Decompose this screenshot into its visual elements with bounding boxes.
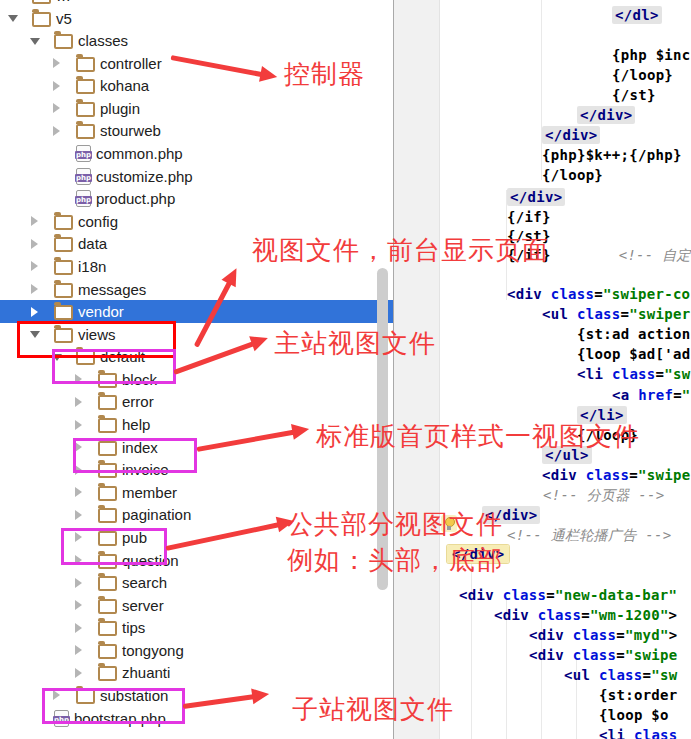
code-line[interactable]: <div class="myd"> — [529, 626, 677, 645]
tree-item-help[interactable]: help — [0, 413, 461, 436]
code-line[interactable]: {/loop} — [577, 426, 638, 445]
tree-item-error[interactable]: error — [0, 390, 461, 413]
tree-item-member[interactable]: member — [0, 481, 461, 504]
code-line[interactable]: {st:ad action — [577, 325, 690, 344]
code-line[interactable]: <li class="sw — [577, 365, 691, 384]
code-line[interactable]: </div> — [507, 188, 565, 207]
code-line[interactable]: {loop $ad['ad — [577, 345, 690, 364]
code-line[interactable]: {/loop} — [542, 166, 603, 185]
code-line[interactable]: {st:order — [599, 686, 678, 705]
code-line[interactable]: {/st} — [612, 86, 656, 105]
code-line[interactable]: <div class="swiper-co — [507, 285, 690, 304]
tree-item-vendor[interactable]: vendor — [0, 300, 417, 323]
tree-item-invoice[interactable]: invoice — [0, 458, 461, 481]
intention-bulb-icon[interactable] — [441, 515, 457, 532]
code-line[interactable]: <!-- 通栏轮播广告 --> — [507, 526, 671, 545]
tree-item-stourweb[interactable]: stourweb — [0, 119, 439, 142]
code-line[interactable]: {php $inc — [612, 46, 691, 65]
code-line[interactable]: </li> — [577, 406, 627, 425]
tree-item-zhuanti[interactable]: zhuanti — [0, 661, 461, 684]
code-token — [590, 667, 599, 683]
chevron-expanded-icon[interactable] — [30, 36, 39, 46]
code-line[interactable]: <div class="swipe — [529, 646, 677, 665]
code-line[interactable]: {/if}<!-- 自定 — [507, 246, 691, 265]
code-line[interactable]: <ul class="swiper — [542, 305, 690, 324]
chevron-collapsed-icon[interactable] — [52, 58, 61, 68]
tree-item-tips[interactable]: tips — [0, 616, 461, 639]
chevron-collapsed-icon[interactable] — [74, 510, 83, 520]
tree-item-plugin[interactable]: plugin — [0, 97, 439, 120]
code-line[interactable]: <a href=" — [612, 386, 691, 405]
tree-item-i18n[interactable]: i18n — [0, 255, 417, 278]
chevron-expanded-icon[interactable] — [52, 352, 61, 362]
tree-item-customize-php[interactable]: customize.php — [0, 165, 439, 188]
tree-item-v5[interactable]: v5 — [0, 7, 395, 30]
code-line[interactable]: </div> — [482, 506, 540, 525]
tree-item-default[interactable]: default — [0, 345, 439, 368]
chevron-collapsed-icon[interactable] — [74, 487, 83, 497]
code-line[interactable]: {loop $o — [599, 706, 669, 725]
code-line[interactable]: </dl> — [612, 6, 662, 25]
tree-item-product-php[interactable]: product.php — [0, 187, 439, 210]
tree-item-controller[interactable]: controller — [0, 52, 439, 75]
chevron-collapsed-icon[interactable] — [52, 690, 61, 700]
chevron-collapsed-icon[interactable] — [74, 555, 83, 565]
code-line[interactable]: </ul> — [542, 446, 592, 465]
chevron-collapsed-icon[interactable] — [74, 600, 83, 610]
chevron-collapsed-icon[interactable] — [52, 81, 61, 91]
tree-item-tongyong[interactable]: tongyong — [0, 639, 461, 662]
tree-item-pub[interactable]: pub — [0, 526, 461, 549]
chevron-collapsed-icon[interactable] — [74, 465, 83, 475]
chevron-collapsed-icon[interactable] — [52, 126, 61, 136]
code-line[interactable]: <ul class="sw — [564, 666, 678, 685]
tree-item-substation[interactable]: substation — [0, 684, 439, 707]
code-line[interactable]: {/st} — [507, 227, 551, 246]
tree-item-data[interactable]: data — [0, 232, 417, 255]
chevron-collapsed-icon[interactable] — [52, 103, 61, 113]
tree-scrollbar-thumb[interactable] — [377, 268, 388, 590]
tree-item-messages[interactable]: messages — [0, 278, 417, 301]
code-line[interactable]: {php}$k++;{/php} — [542, 146, 682, 165]
code-token: <div — [507, 286, 542, 302]
chevron-collapsed-icon[interactable] — [30, 307, 39, 317]
tree-item-question[interactable]: question — [0, 549, 461, 572]
chevron-collapsed-icon[interactable] — [74, 578, 83, 588]
tree-item-config[interactable]: config — [0, 210, 417, 233]
tree-item-common-php[interactable]: common.php — [0, 142, 439, 165]
chevron-collapsed-icon[interactable] — [74, 442, 83, 452]
chevron-collapsed-icon[interactable] — [30, 216, 39, 226]
code-line[interactable]: {/if} — [507, 208, 551, 227]
chevron-collapsed-icon[interactable] — [30, 239, 39, 249]
code-line[interactable]: <div class="wm-1200"> — [494, 606, 677, 625]
code-line[interactable]: </div> — [577, 106, 635, 125]
tree-item-classes[interactable]: classes — [0, 29, 417, 52]
chevron-expanded-icon[interactable] — [8, 13, 17, 23]
code-comment: <!-- 自定 — [619, 247, 691, 263]
chevron-collapsed-icon[interactable] — [74, 532, 83, 542]
code-line[interactable]: </div> — [447, 545, 509, 564]
tree-item-server[interactable]: server — [0, 594, 461, 617]
chevron-collapsed-icon[interactable] — [74, 645, 83, 655]
chevron-collapsed-icon[interactable] — [30, 284, 39, 294]
chevron-collapsed-icon[interactable] — [74, 668, 83, 678]
tree-item-bootstrap-php[interactable]: bootstrap.php — [0, 707, 417, 730]
tree-item-index[interactable]: index — [0, 436, 461, 459]
code-line[interactable]: <li class — [599, 726, 678, 739]
tree-item-views[interactable]: views — [0, 323, 417, 346]
chevron-collapsed-icon[interactable] — [74, 374, 83, 384]
tree-item-pagination[interactable]: pagination — [0, 503, 461, 526]
code-line[interactable]: <!-- 分页器 --> — [543, 486, 664, 505]
code-line[interactable]: {/loop} — [612, 66, 673, 85]
chevron-collapsed-icon[interactable] — [74, 623, 83, 633]
code-token: class — [634, 727, 678, 739]
code-line[interactable]: </div> — [542, 126, 600, 145]
chevron-collapsed-icon[interactable] — [30, 261, 39, 271]
code-line[interactable]: <div class="new-data-bar" — [459, 586, 677, 605]
tree-item-block[interactable]: block — [0, 368, 461, 391]
tree-item-kohana[interactable]: kohana — [0, 74, 439, 97]
tree-item-search[interactable]: search — [0, 571, 461, 594]
code-line[interactable]: <div class="swipe — [542, 466, 690, 485]
chevron-expanded-icon[interactable] — [30, 329, 39, 339]
chevron-collapsed-icon[interactable] — [74, 420, 83, 430]
chevron-collapsed-icon[interactable] — [74, 397, 83, 407]
